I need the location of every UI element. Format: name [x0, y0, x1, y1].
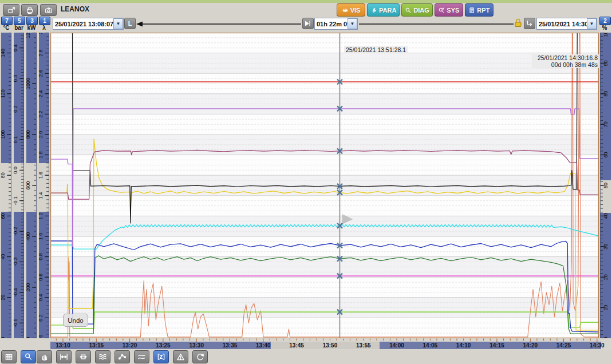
detach-window-button[interactable] — [3, 4, 19, 16]
lock-icon — [514, 18, 522, 27]
svg-text:120: 120 — [0, 89, 6, 98]
svg-text:-0.2: -0.2 — [13, 227, 18, 236]
snapshot-button[interactable] — [40, 4, 57, 16]
tool-pan-button[interactable] — [37, 350, 52, 363]
svg-text:60: 60 — [603, 152, 609, 158]
print-button[interactable] — [21, 4, 38, 16]
time-tick-label: 13:30 — [189, 342, 204, 349]
svg-text:0.2: 0.2 — [38, 314, 44, 322]
time-tick-label: 14:05 — [423, 342, 438, 349]
axis-badge-λ[interactable]: 1 — [39, 17, 50, 25]
svg-text:10: 10 — [603, 305, 609, 311]
svg-text:1.8: 1.8 — [38, 151, 44, 159]
jump-left-button[interactable]: L — [124, 18, 136, 29]
wrench-icon — [370, 7, 377, 14]
time-tick-label: 13:25 — [156, 342, 171, 349]
tool-data-points-button[interactable] — [114, 350, 130, 363]
scroll-left-arrow[interactable] — [136, 21, 301, 27]
axis-unit-label: °C — [1, 25, 11, 31]
tool-zoom-button[interactable] — [21, 350, 36, 363]
tool-scale-x-button[interactable] — [76, 350, 91, 363]
tab-vis-label: VIS — [350, 7, 361, 14]
time-tick-label: 13:55 — [356, 342, 371, 349]
svg-text:1.6: 1.6 — [38, 172, 44, 179]
tab-sys[interactable]: SYS — [435, 3, 463, 17]
trend-plot[interactable] — [50, 33, 599, 338]
svg-text:-0.1: -0.1 — [13, 196, 18, 205]
svg-text:1.0: 1.0 — [38, 233, 44, 240]
axis-badge-bar[interactable]: 5 — [14, 17, 25, 25]
refresh-icon — [196, 353, 204, 361]
svg-text:0.6: 0.6 — [38, 274, 44, 281]
undo-label: Undo — [68, 317, 84, 324]
svg-text:0.8: 0.8 — [38, 253, 44, 260]
svg-text:400: 400 — [25, 232, 31, 240]
time-tick-label: 14:25 — [556, 342, 571, 349]
svg-text:-0.5: -0.5 — [13, 319, 18, 328]
svg-text:70: 70 — [603, 121, 609, 127]
tab-rpt[interactable]: RPT — [465, 3, 493, 17]
bottom-toolbar — [1, 350, 208, 363]
right-percent-axis[interactable]: 1009080706050403020100 — [599, 33, 612, 338]
print-icon — [26, 6, 34, 14]
tab-para[interactable]: PARA — [367, 3, 400, 17]
svg-text:60: 60 — [0, 213, 6, 219]
axis-badge-percent[interactable]: 2 — [599, 17, 611, 25]
time-controls-row: 7°C5bar3kW1λ2% 25/01/2021 13:08:07 ▼ L 0… — [0, 16, 612, 33]
time-tick-label: 13:10 — [56, 342, 70, 349]
svg-text:1.4: 1.4 — [38, 192, 44, 200]
jump-right-button[interactable] — [524, 18, 535, 29]
svg-text:2.2: 2.2 — [38, 110, 44, 118]
time-tick-label: 13:50 — [323, 342, 338, 349]
tab-rpt-label: RPT — [477, 7, 489, 14]
svg-text:100: 100 — [603, 33, 609, 37]
pin-right-icon — [304, 19, 312, 27]
chevron-down-icon[interactable]: ▼ — [113, 18, 123, 29]
range-annotation: 25/01/2021 14:30:16.8 00d 00h 38m 48s — [532, 54, 599, 68]
svg-text:800: 800 — [25, 130, 31, 139]
svg-text:-0.4: -0.4 — [13, 288, 18, 297]
magnifier-gear-icon — [438, 7, 445, 14]
tool-table-button[interactable] — [1, 350, 17, 363]
svg-text:0.0: 0.0 — [13, 167, 18, 174]
page-title: LEANOX — [61, 3, 89, 16]
stack-icon — [137, 353, 146, 361]
tool-fit-width-button[interactable] — [56, 350, 72, 363]
start-datetime-select[interactable]: 25/01/2021 13:08:07 ▼ — [53, 18, 124, 30]
corner-icon — [526, 19, 534, 27]
cursor-timestamp-label: 25/01/2021 13:51:28.1 — [344, 46, 408, 53]
undo-button[interactable]: Undo — [63, 314, 88, 327]
time-axis[interactable]: 13:1013:1513:2013:2513:3013:3513:4013:45… — [0, 338, 612, 350]
tool-alarm-button[interactable] — [173, 350, 188, 363]
tab-sys-label: SYS — [447, 7, 459, 14]
points-icon — [118, 353, 127, 361]
left-value-axes[interactable]: 1401201008060402000.40.30.20.10.0-0.1-0.… — [0, 33, 50, 338]
axis-badge-°C[interactable]: 7 — [1, 17, 13, 25]
tab-vis[interactable]: VIS — [337, 3, 365, 17]
chevron-down-icon[interactable]: ▼ — [348, 18, 357, 29]
tool-curves-button[interactable] — [95, 350, 110, 363]
tool-stack-curves-button[interactable] — [134, 350, 149, 363]
zoom-icon — [24, 353, 33, 361]
svg-text:0.3: 0.3 — [13, 75, 18, 82]
axis-unit-label: kW — [26, 25, 37, 31]
scroll-right-line[interactable] — [359, 21, 514, 27]
scalex-icon — [79, 353, 88, 361]
duration-select[interactable]: 01h 22m 09s ▼ — [314, 18, 358, 30]
alarm-icon — [176, 353, 185, 361]
zoomz-icon — [157, 353, 165, 361]
tool-refresh-button[interactable] — [192, 350, 208, 363]
report-icon — [468, 7, 475, 14]
tab-diag[interactable]: DIAG — [401, 3, 433, 17]
magnifier-icon — [405, 7, 412, 14]
time-tick-label: 13:35 — [223, 342, 238, 349]
time-tick-label: 14:30 — [590, 342, 605, 349]
pin-button[interactable] — [302, 18, 314, 29]
grid-icon — [5, 353, 13, 361]
svg-text:600: 600 — [25, 181, 31, 189]
axis-badge-kW[interactable]: 3 — [26, 17, 38, 25]
end-datetime-select[interactable]: 25/01/2021 14:30:16 ▼ — [536, 18, 597, 30]
tool-zoom-z-button[interactable] — [153, 350, 169, 363]
svg-text:0.1: 0.1 — [13, 136, 18, 144]
chevron-down-icon[interactable]: ▼ — [587, 18, 597, 29]
